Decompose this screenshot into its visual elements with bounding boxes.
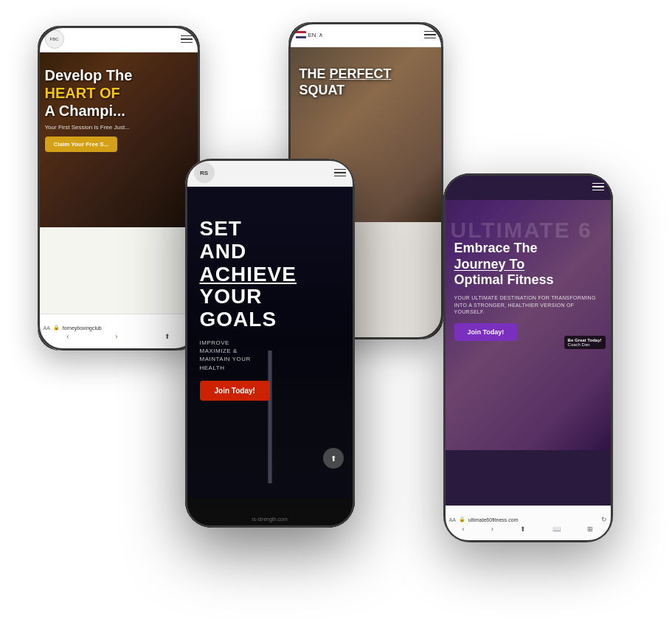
rs-logo: RS — [194, 162, 215, 183]
u60-lock: 🔒 — [459, 517, 465, 522]
boxing-aa: AA — [44, 325, 50, 331]
boxing-hero: Develop The HEART OF A Champi... Your Fi… — [45, 66, 193, 152]
boxing-headline-line3: A Champi... — [45, 103, 125, 119]
u60-coach-name: Coach Dan — [568, 342, 602, 347]
boxing-hamburger[interactable] — [181, 35, 193, 44]
u60-cta[interactable]: Join Today! — [454, 323, 518, 341]
boxing-logo: FBC — [45, 30, 64, 49]
boxing-url-row: AA 🔒 forneyboxingclub — [44, 325, 194, 331]
u60-aa: AA — [449, 517, 456, 522]
u60-line3: Optimal Fitness — [454, 272, 554, 287]
u60-forward[interactable]: › — [491, 525, 493, 533]
u60-hero: Embrace The Journey To Optimal Fitness Y… — [454, 236, 606, 341]
boxing-browser-bar: AA 🔒 forneyboxingclub ‹ › ⬆ — [38, 314, 200, 351]
boxing-lock: 🔒 — [53, 325, 60, 331]
rs-line3: ACHIEVE — [200, 263, 297, 286]
u60-share[interactable]: ⬆ — [520, 525, 526, 533]
squat-nav: EN ∧ — [288, 22, 443, 47]
boxing-headline-line1: Develop The — [45, 67, 133, 83]
squat-line3: SQUAT — [299, 83, 345, 97]
boxing-url: forneyboxingclub — [63, 325, 102, 331]
rs-line1: SET — [200, 217, 242, 240]
us-flag-icon — [296, 31, 306, 38]
phones-showcase: FBC Develop The HEART OF A Champi... You… — [15, 11, 657, 631]
boxing-nav-icons: ‹ › ⬆ — [44, 333, 194, 340]
back-icon[interactable]: ‹ — [66, 333, 69, 340]
squat-line2: PERFECT — [330, 66, 392, 81]
share-icon[interactable]: ⬆ — [164, 333, 170, 340]
u60-nav-icons: ‹ › ⬆ 📖 ⊞ — [449, 525, 607, 533]
forward-icon[interactable]: › — [115, 333, 117, 340]
u60-browser-bar: AA 🔒 ultimate60fitness.com ↻ ‹ › ⬆ 📖 ⊞ — [443, 505, 613, 542]
boxing-logo-text: FBC — [50, 37, 59, 41]
u60-reload[interactable]: ↻ — [601, 516, 607, 523]
u60-headline: Embrace The Journey To Optimal Fitness — [454, 241, 606, 289]
u60-books[interactable]: 📖 — [553, 525, 561, 533]
u60-subtext: YOUR ULTIMATE DESTINATION FOR TRANSFORMI… — [454, 294, 606, 316]
u60-line1: Embrace The — [454, 241, 538, 255]
u60-nav — [443, 173, 613, 200]
u60-hamburger[interactable] — [592, 183, 604, 191]
phone-u60: ULTIMATE 6 Be Great Today! Coach Dan — [443, 173, 613, 542]
boxing-headline: Develop The HEART OF A Champi... — [45, 66, 193, 120]
squat-headline: THE PERFECT SQUAT — [299, 66, 432, 98]
squat-line1: THE — [299, 66, 326, 81]
rs-line2: AND — [200, 240, 247, 263]
squat-hamburger[interactable] — [424, 31, 436, 39]
boxing-nav: FBC — [38, 26, 200, 52]
u60-line2: Journey To — [454, 257, 525, 272]
phone-boxing: FBC Develop The HEART OF A Champi... You… — [38, 26, 200, 351]
squat-lang: EN — [308, 32, 316, 38]
phone-rs: RS SET AND ACHIEVE YOUR GOALS — [185, 159, 355, 528]
rs-hamburger[interactable] — [334, 169, 346, 177]
boxing-cta[interactable]: Claim Your Free S... — [45, 137, 118, 152]
rs-headline: SET AND ACHIEVE YOUR GOALS — [200, 218, 340, 331]
u60-tabs[interactable]: ⊞ — [587, 525, 593, 533]
rs-line4: YOUR — [200, 285, 263, 308]
boxing-headline-bold: HEART OF — [45, 85, 120, 101]
u60-back[interactable]: ‹ — [463, 525, 465, 533]
rs-cta[interactable]: Join Today! — [200, 381, 270, 401]
squat-flag: EN ∧ — [296, 31, 323, 38]
rs-scroll-btn[interactable]: ⬆ — [323, 448, 344, 469]
rs-subtext: IMPROVEMAXIMIZE &MAINTAIN YOURHEALTH — [200, 339, 340, 372]
rs-line5: GOALS — [200, 308, 277, 331]
rs-hero: SET AND ACHIEVE YOUR GOALS IMPROVEMAXIMI… — [200, 218, 340, 401]
squat-hero: THE PERFECT SQUAT — [299, 66, 432, 98]
rs-domain: rs-strength.com — [185, 517, 355, 522]
u60-url-row: AA 🔒 ultimate60fitness.com ↻ — [449, 516, 607, 523]
boxing-subtitle: Your First Session Is Free Just... — [45, 124, 193, 131]
rs-logo-text: RS — [200, 170, 208, 176]
u60-url: ultimate60fitness.com — [468, 517, 519, 522]
rs-nav: RS — [185, 159, 355, 187]
squat-lang-arrow: ∧ — [319, 32, 323, 38]
